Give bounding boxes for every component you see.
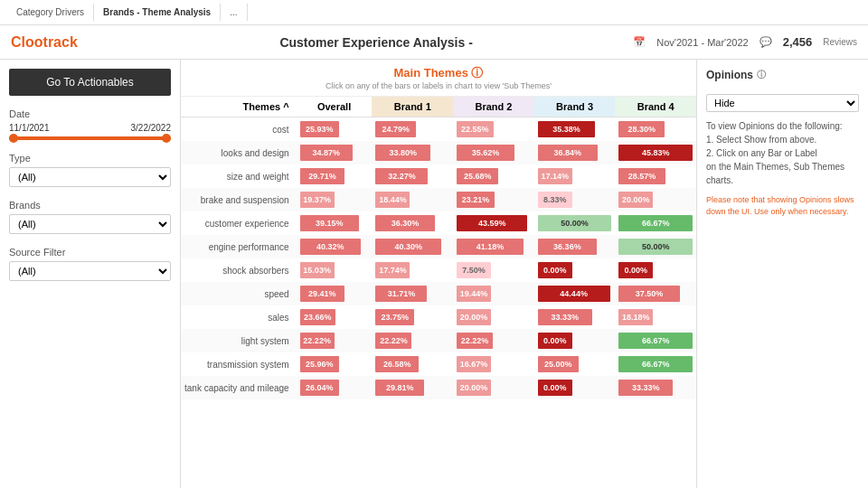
brand2-cell[interactable]: 43.59% [453,211,534,235]
brand4-cell[interactable]: 66.67% [615,352,696,376]
table-row[interactable]: shock absorbers 15.03% 17.74% 7.50% 0.00… [181,258,696,282]
brand4-cell[interactable]: 28.30% [615,117,696,142]
type-select[interactable]: (All) [9,167,171,187]
overall-cell[interactable]: 22.22% [297,329,373,352]
theme-label[interactable]: cost [181,117,297,142]
theme-label[interactable]: looks and design [181,141,297,164]
brand3-cell[interactable]: 17.14% [534,164,616,188]
brand2-cell[interactable]: 25.68% [453,164,534,188]
brand4-cell[interactable]: 33.33% [615,376,696,399]
brand3-cell[interactable]: 33.33% [534,305,616,329]
table-row[interactable]: engine performance 40.32% 40.30% 41.18% … [181,235,696,258]
theme-label[interactable]: transmission system [181,352,297,376]
brand4-cell[interactable]: 28.57% [615,164,696,188]
brand4-cell[interactable]: 20.00% [615,188,696,211]
table-row[interactable]: looks and design 34.87% 33.80% 35.62% 36… [181,141,696,164]
brand1-column-header[interactable]: Brand 1 [372,97,453,117]
date-slider-left-thumb[interactable] [9,134,18,143]
brand1-cell[interactable]: 18.44% [372,188,453,211]
brand1-cell[interactable]: 40.30% [372,235,453,258]
brand4-cell[interactable]: 50.00% [615,235,696,258]
overall-column-header[interactable]: Overall [297,97,373,117]
table-row[interactable]: customer experience 39.15% 36.30% 43.59%… [181,211,696,235]
brand2-cell[interactable]: 20.00% [453,376,534,399]
brand2-cell[interactable]: 23.21% [453,188,534,211]
table-row[interactable]: cost 25.93% 24.79% 22.55% 35.38% 28.30% [181,117,696,142]
overall-cell[interactable]: 39.15% [297,211,373,235]
tab-ellipsis[interactable]: ... [221,4,247,21]
brand4-cell[interactable]: 45.83% [615,141,696,164]
brand2-cell[interactable]: 22.22% [453,329,534,352]
table-row[interactable]: light system 22.22% 22.22% 22.22% 0.00% … [181,329,696,352]
overall-cell[interactable]: 25.96% [297,352,373,376]
brand3-cell[interactable]: 25.00% [534,352,616,376]
brand3-cell[interactable]: 8.33% [534,188,616,211]
brand2-cell[interactable]: 41.18% [453,235,534,258]
theme-label[interactable]: customer experience [181,211,297,235]
brand2-cell[interactable]: 35.62% [453,141,534,164]
overall-cell[interactable]: 26.04% [297,376,373,399]
overall-cell[interactable]: 25.93% [297,117,373,142]
brand3-cell[interactable]: 36.84% [534,141,616,164]
brand3-cell[interactable]: 0.00% [534,376,616,399]
brand1-cell[interactable]: 22.22% [372,329,453,352]
brand3-cell[interactable]: 44.44% [534,282,616,305]
brands-select[interactable]: (All) [9,214,171,234]
overall-cell[interactable]: 15.03% [297,258,373,282]
opinions-hide-select[interactable]: Hide [706,94,859,112]
table-row[interactable]: speed 29.41% 31.71% 19.44% 44.44% 37.50% [181,282,696,305]
go-to-actionables-button[interactable]: Go To Actionables [9,69,171,96]
brand3-cell[interactable]: 35.38% [534,117,616,142]
overall-cell[interactable]: 23.66% [297,305,373,329]
overall-cell[interactable]: 19.37% [297,188,373,211]
tab-category-drivers[interactable]: Category Drivers [7,4,94,21]
overall-cell[interactable]: 29.41% [297,282,373,305]
brand2-column-header[interactable]: Brand 2 [453,97,534,117]
table-row[interactable]: brake and suspension 19.37% 18.44% 23.21… [181,188,696,211]
brand1-cell[interactable]: 32.27% [372,164,453,188]
theme-label[interactable]: brake and suspension [181,188,297,211]
theme-label[interactable]: shock absorbers [181,258,297,282]
brand4-cell[interactable]: 18.18% [615,305,696,329]
brand4-cell[interactable]: 0.00% [615,258,696,282]
brand2-cell[interactable]: 7.50% [453,258,534,282]
brand1-cell[interactable]: 17.74% [372,258,453,282]
brand3-cell[interactable]: 0.00% [534,329,616,352]
brand2-cell[interactable]: 19.44% [453,282,534,305]
brand4-cell[interactable]: 66.67% [615,329,696,352]
source-select[interactable]: (All) [9,261,171,281]
overall-cell[interactable]: 29.71% [297,164,373,188]
brand1-cell[interactable]: 31.71% [372,282,453,305]
brand1-cell[interactable]: 23.75% [372,305,453,329]
table-row[interactable]: size and weight 29.71% 32.27% 25.68% 17.… [181,164,696,188]
brand1-cell[interactable]: 29.81% [372,376,453,399]
date-slider-right-thumb[interactable] [162,134,171,143]
brand2-cell[interactable]: 16.67% [453,352,534,376]
theme-label[interactable]: sales [181,305,297,329]
tab-brands-theme[interactable]: Brands - Theme Analysis [94,4,221,21]
date-slider-track[interactable] [9,136,171,140]
brand3-column-header[interactable]: Brand 3 [534,97,616,117]
brand3-cell[interactable]: 50.00% [534,211,616,235]
overall-cell[interactable]: 34.87% [297,141,373,164]
brand3-cell[interactable]: 36.36% [534,235,616,258]
brand4-cell[interactable]: 66.67% [615,211,696,235]
brand2-cell[interactable]: 22.55% [453,117,534,142]
brand4-cell[interactable]: 37.50% [615,282,696,305]
theme-label[interactable]: engine performance [181,235,297,258]
brand1-cell[interactable]: 36.30% [372,211,453,235]
brand1-cell[interactable]: 24.79% [372,117,453,142]
table-row[interactable]: tank capacity and mileage 26.04% 29.81% … [181,376,696,399]
theme-label[interactable]: size and weight [181,164,297,188]
theme-label[interactable]: tank capacity and mileage [181,376,297,399]
brand2-cell[interactable]: 20.00% [453,305,534,329]
brand4-column-header[interactable]: Brand 4 [615,97,696,117]
table-row[interactable]: sales 23.66% 23.75% 20.00% 33.33% 18.18% [181,305,696,329]
brand1-cell[interactable]: 26.58% [372,352,453,376]
brand1-cell[interactable]: 33.80% [372,141,453,164]
brand3-cell[interactable]: 0.00% [534,258,616,282]
table-row[interactable]: transmission system 25.96% 26.58% 16.67%… [181,352,696,376]
theme-label[interactable]: speed [181,282,297,305]
overall-cell[interactable]: 40.32% [297,235,373,258]
themes-column-header[interactable]: Themes ^ [181,97,297,117]
